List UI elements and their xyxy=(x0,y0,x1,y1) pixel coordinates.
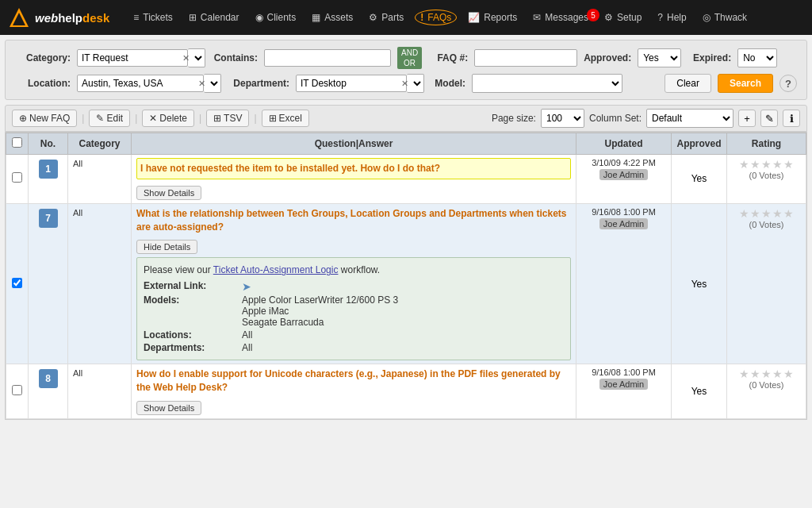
nav-clients[interactable]: ◉ Clients xyxy=(247,7,304,28)
star5[interactable]: ★ xyxy=(783,158,794,171)
col-set-label: Column Set: xyxy=(589,113,642,124)
info-button[interactable]: ℹ xyxy=(783,110,800,127)
row1-qa-cell: I have not requested the item to be inst… xyxy=(132,155,576,204)
row1-approved-cell: Yes xyxy=(672,155,727,204)
location-input[interactable] xyxy=(77,75,204,92)
nav-setup-label: Setup xyxy=(617,12,642,23)
star1[interactable]: ★ xyxy=(739,368,749,380)
table-row: 8 All How do I enable support for Unicod… xyxy=(6,364,806,419)
star3[interactable]: ★ xyxy=(761,207,772,220)
help-button[interactable]: ? xyxy=(779,75,797,92)
clear-button[interactable]: Clear xyxy=(665,74,711,93)
contains-input[interactable] xyxy=(264,49,391,67)
row1-vote-count: (0 Votes) xyxy=(732,171,801,180)
row8-updated-cell: 9/16/08 1:00 PM Joe Admin xyxy=(576,364,672,419)
nav-help[interactable]: ? Help xyxy=(649,7,694,28)
ticket-logic-link[interactable]: Ticket Auto-Assignment Logic xyxy=(213,264,339,275)
search-button[interactable]: Search xyxy=(718,74,773,93)
sep-4: | xyxy=(254,113,256,124)
row8-qa-cell: How do I enable support for Unicode char… xyxy=(132,364,576,419)
star5[interactable]: ★ xyxy=(783,207,794,220)
star2[interactable]: ★ xyxy=(750,207,760,220)
row8-checkbox[interactable] xyxy=(12,385,22,395)
nav-thwack-label: Thwack xyxy=(714,12,747,23)
add-col-button[interactable]: + xyxy=(738,110,756,127)
and-or-button[interactable]: AND OR xyxy=(397,47,422,69)
toolbar: ⊕ New FAQ | ✎ Edit | ✕ Delete | ⊞ TSV | … xyxy=(5,105,807,132)
delete-label: Delete xyxy=(159,113,187,124)
row1-show-details-btn[interactable]: Show Details xyxy=(136,186,201,200)
model-select[interactable] xyxy=(472,74,622,93)
row8-no-badge: 8 xyxy=(39,369,58,388)
row8-category-cell: All xyxy=(68,364,132,419)
messages-badge: 5 xyxy=(587,9,599,21)
faq-no-input[interactable] xyxy=(474,49,577,67)
row1-checkbox[interactable] xyxy=(12,172,22,183)
select-all-checkbox[interactable] xyxy=(12,137,22,148)
expired-select[interactable]: NoYesBoth xyxy=(737,48,777,67)
tsv-button[interactable]: ⊞ TSV xyxy=(206,110,249,127)
category-input[interactable] xyxy=(77,49,188,67)
star2[interactable]: ★ xyxy=(750,158,760,171)
external-link-icon[interactable]: ➤ xyxy=(242,280,251,293)
row7-hide-details-btn[interactable]: Hide Details xyxy=(136,240,197,254)
models-label: Models: xyxy=(144,294,239,328)
nav-assets-label: Assets xyxy=(324,12,353,23)
category-clear-icon[interactable]: ✕ xyxy=(182,53,190,64)
nav-faqs[interactable]: ! FAQs xyxy=(415,10,457,25)
star3[interactable]: ★ xyxy=(761,368,772,380)
nav-thwack[interactable]: ◎ Thwack xyxy=(695,7,755,28)
contains-label: Contains: xyxy=(212,52,258,64)
star3[interactable]: ★ xyxy=(761,158,772,171)
nav-calendar[interactable]: ⊞ Calendar xyxy=(181,7,247,28)
page-size-select[interactable]: 1005025 xyxy=(541,109,584,128)
row7-stars: ★ ★ ★ ★ ★ xyxy=(732,207,801,220)
nav-parts[interactable]: ⚙ Parts xyxy=(361,7,412,28)
edit-button[interactable]: ✎ Edit xyxy=(89,110,130,127)
location-clear-icon[interactable]: ✕ xyxy=(198,79,205,89)
star1[interactable]: ★ xyxy=(739,207,749,220)
row8-show-details-btn[interactable]: Show Details xyxy=(136,401,201,415)
row1-updated-date: 3/10/09 4:22 PM xyxy=(581,158,666,167)
delete-button[interactable]: ✕ Delete xyxy=(142,110,194,127)
nav-assets[interactable]: ▦ Assets xyxy=(304,7,361,28)
star4[interactable]: ★ xyxy=(772,207,783,220)
model-label: Model: xyxy=(431,78,465,89)
nav-setup[interactable]: ⚙ Setup xyxy=(596,7,649,28)
star5[interactable]: ★ xyxy=(783,368,794,380)
tsv-label: TSV xyxy=(224,113,242,124)
location-input-wrapper: ✕ xyxy=(77,74,221,93)
excel-button[interactable]: ⊞ Excel xyxy=(262,110,309,127)
star4[interactable]: ★ xyxy=(772,158,783,171)
department-input[interactable] xyxy=(296,75,407,92)
department-label: Department: xyxy=(228,78,289,89)
row7-category: All xyxy=(73,208,82,217)
row8-question: How do I enable support for Unicode char… xyxy=(136,368,571,394)
department-select[interactable] xyxy=(407,74,424,93)
star1[interactable]: ★ xyxy=(739,158,749,171)
category-label: Category: xyxy=(15,52,71,64)
help-icon: ? xyxy=(657,12,663,23)
row7-vote-count: (0 Votes) xyxy=(732,220,801,229)
new-faq-button[interactable]: ⊕ New FAQ xyxy=(12,110,77,127)
col-set-select[interactable]: Default xyxy=(646,109,733,128)
star4[interactable]: ★ xyxy=(772,368,783,380)
edit-col-button[interactable]: ✎ xyxy=(760,110,778,127)
th-updated: Updated xyxy=(576,133,672,155)
row7-checkbox[interactable] xyxy=(12,278,22,288)
department-clear-icon[interactable]: ✕ xyxy=(401,79,408,89)
row7-qa-cell: What is the relationship between Tech Gr… xyxy=(132,203,576,364)
new-faq-label: New FAQ xyxy=(29,113,70,124)
category-input-wrapper: ✕ ▾ xyxy=(77,48,205,67)
th-no: No. xyxy=(29,133,68,155)
nav-messages[interactable]: ✉ Messages 5 xyxy=(525,7,596,28)
nav-reports[interactable]: 📈 Reports xyxy=(460,7,525,28)
category-select[interactable]: ▾ xyxy=(188,48,205,67)
approved-select[interactable]: YesNoBoth xyxy=(638,48,681,67)
nav-tickets[interactable]: ≡ Tickets xyxy=(125,7,181,28)
sep-1: | xyxy=(82,113,84,124)
clients-icon: ◉ xyxy=(255,12,263,23)
star2[interactable]: ★ xyxy=(750,368,760,380)
row1-no-cell: 1 xyxy=(29,155,68,204)
location-select[interactable] xyxy=(204,74,221,93)
